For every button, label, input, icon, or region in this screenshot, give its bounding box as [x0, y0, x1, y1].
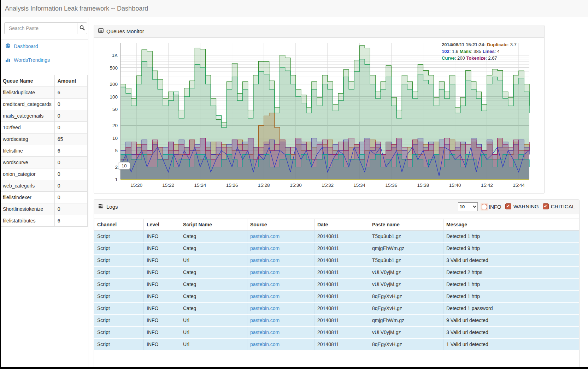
log-date: 20140811 [314, 231, 369, 243]
chart-legend: 2014/08/11 15:21:24: Duplicate: 3.7 102:… [442, 41, 530, 61]
log-message: Detected 1 http [443, 231, 579, 243]
logs-header: Logs 10 INFOWARNINGCRITICAL [94, 200, 579, 214]
queue-amount: 0 [54, 203, 87, 215]
log-source: pastebin.com [247, 314, 314, 326]
queue-name: filelistattributes [0, 215, 54, 227]
logs-col-header: Channel [94, 219, 144, 231]
logs-controls: 10 INFOWARNINGCRITICAL [458, 202, 575, 211]
sidebar-item-dashboard[interactable]: Dashboard [0, 40, 88, 53]
legend-series-label: Mails [460, 49, 471, 54]
queues-monitor-header: Queues Monitor [94, 25, 544, 38]
search-button[interactable] [77, 22, 87, 34]
page-size-select[interactable]: 10 [458, 202, 478, 211]
log-date: 20140811 [314, 326, 369, 338]
source-link[interactable]: pastebin.com [250, 233, 280, 239]
sidebar-item-label: WordsTrendings [14, 57, 50, 63]
log-source: pastebin.com [247, 242, 314, 254]
source-link[interactable]: pastebin.com [250, 269, 280, 275]
source-link[interactable]: pastebin.com [250, 281, 280, 287]
log-level: INFO [144, 290, 180, 302]
queue-name: Shortlinestokenize [0, 203, 54, 215]
legend-series-label: Lines [483, 49, 495, 54]
svg-text:500: 500 [110, 65, 118, 71]
logs-title: Logs [106, 204, 118, 210]
queue-amount: 0 [54, 168, 87, 180]
queue-amount: 0 [54, 157, 87, 168]
queue-row: filelistline6 [0, 145, 88, 157]
log-source: pastebin.com [247, 266, 314, 278]
filter-info[interactable]: INFO [482, 204, 501, 210]
queue-row: web_categurls0 [0, 180, 88, 192]
log-date: 20140811 [314, 242, 369, 254]
source-link[interactable]: pastebin.com [250, 329, 280, 335]
source-link[interactable]: pastebin.com [250, 293, 280, 299]
filter-critical[interactable]: CRITICAL [543, 203, 575, 209]
navbar: Analysis Information Leak framework -- D… [0, 0, 588, 17]
log-script-name: Url [180, 326, 247, 338]
checkbox-checked-icon[interactable] [543, 203, 549, 209]
log-date: 20140811 [314, 254, 369, 266]
logs-col-header: Message [443, 219, 579, 231]
log-level-filters: INFOWARNINGCRITICAL [478, 203, 575, 210]
legend-series-value: : 2.67 [486, 55, 497, 61]
queue-row: creditcard_categcards0 [0, 99, 88, 110]
queue-amount: 0 [54, 122, 87, 133]
source-link[interactable]: pastebin.com [250, 317, 280, 323]
log-script-name: Categ [180, 302, 247, 314]
search-input[interactable] [4, 22, 77, 34]
log-script-name: Url [180, 338, 247, 350]
screen-edge-left [0, 0, 1, 369]
queue-row: mails_categemails0 [0, 110, 88, 122]
queue-name: filelistindexer [0, 192, 54, 203]
svg-text:10: 10 [112, 136, 118, 141]
sidebar: DashboardWordsTrendings Queue Name Amoun… [0, 18, 88, 369]
queue-name: filelistduplicate [0, 87, 54, 99]
queue-row: filelistindexer0 [0, 192, 88, 203]
log-paste-name: T5qu3ub1.gz [369, 254, 443, 266]
legend-series-value: : 385 [471, 49, 483, 54]
log-paste-name: vULV0yjM.gz [369, 278, 443, 290]
svg-text:15:30: 15:30 [290, 183, 302, 188]
search-bar [4, 22, 84, 34]
search-icon [80, 25, 85, 31]
svg-text:15:34: 15:34 [353, 183, 365, 188]
svg-text:15:20: 15:20 [130, 183, 142, 188]
sidebar-item-wordstrendings[interactable]: WordsTrendings [0, 53, 88, 67]
queue-row: wordscurve0 [0, 157, 88, 168]
legend-series-value: : 3.7 [507, 42, 516, 47]
source-link[interactable]: pastebin.com [250, 341, 280, 347]
svg-text:15:32: 15:32 [322, 183, 334, 188]
legend-line: Curve: 200 Tokenize: 2.67 [442, 55, 530, 61]
queue-row: 102feed0 [0, 122, 88, 133]
queue-amount: 65 [54, 133, 87, 145]
queue-row: onion_categtor0 [0, 168, 88, 180]
queue-table-header-amount: Amount [54, 75, 87, 87]
queue-name: wordscurve [0, 157, 54, 168]
log-channel: Script [94, 231, 144, 243]
queue-amount: 6 [54, 87, 87, 99]
sidebar-item-label: Dashboard [14, 43, 38, 49]
log-level: INFO [144, 278, 180, 290]
log-message: 3 Valid url detected [443, 254, 579, 266]
log-script-name: Url [180, 314, 247, 326]
filter-label: INFO [489, 204, 501, 210]
legend-line: 2014/08/11 15:21:24: Duplicate: 3.7 [442, 41, 530, 48]
source-link[interactable]: pastebin.com [250, 257, 280, 263]
queue-name: 102feed [0, 122, 54, 133]
checkbox-checked-icon[interactable] [505, 203, 511, 209]
log-script-name: Categ [180, 242, 247, 254]
svg-text:100: 100 [110, 94, 118, 100]
queues-chart[interactable]: 15:2015:2215:2415:2615:2815:3015:3215:34… [94, 38, 544, 194]
checkbox-unchecked-icon[interactable] [482, 204, 487, 209]
source-link[interactable]: pastebin.com [250, 305, 280, 311]
source-link[interactable]: pastebin.com [250, 245, 280, 251]
log-date: 20140811 [314, 314, 369, 326]
main-content: Queues Monitor 15:2015:2215:2415:2615:28… [94, 18, 580, 369]
log-level: INFO [144, 254, 180, 266]
log-date: 20140811 [314, 290, 369, 302]
logs-col-header: Date [314, 219, 369, 231]
logs-col-header: Source [247, 219, 314, 231]
queue-amount: 0 [54, 99, 87, 110]
filter-warning[interactable]: WARNING [505, 203, 539, 209]
log-row: ScriptINFOCategpastebin.com20140811vULV0… [94, 278, 579, 290]
